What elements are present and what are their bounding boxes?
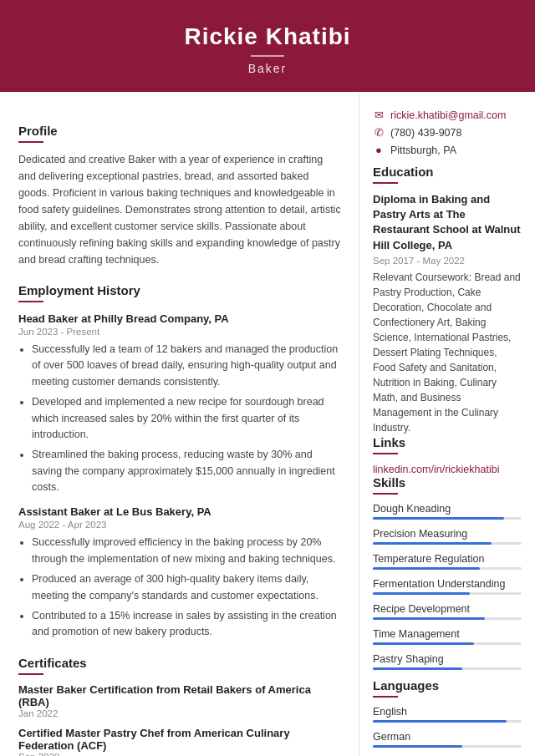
languages-section-title: Languages (373, 678, 522, 693)
skill-bar-bg-0 (373, 517, 522, 520)
job-2-bullet-3: Contributed to a 15% increase in sales b… (32, 608, 342, 641)
location-text: Pittsburgh, PA (390, 145, 456, 156)
phone-icon: ✆ (373, 126, 385, 139)
cert-2-title: Certified Master Pastry Chef from Americ… (18, 727, 342, 752)
languages-divider (373, 696, 398, 698)
candidate-name: Rickie Khatibi (17, 23, 518, 50)
link-1: linkedin.com/in/rickiekhatibi (373, 463, 522, 475)
profile-divider (18, 141, 43, 143)
education-divider (373, 182, 398, 184)
profile-text: Dedicated and creative Baker with a year… (18, 151, 342, 268)
job-2-bullet-2: Produced an average of 300 high-quality … (32, 571, 342, 604)
skill-bar-fill-1 (373, 542, 492, 545)
skill-name-2: Temperature Regulation (373, 553, 522, 565)
contact-section: ✉ rickie.khatibi@gmail.com ✆ (780) 439-9… (373, 109, 522, 156)
skill-bar-bg-6 (373, 667, 522, 670)
profile-section: Profile Dedicated and creative Baker wit… (18, 124, 342, 268)
skill-bar-bg-4 (373, 617, 522, 620)
job-1-bullet-1: Successfully led a team of 12 bakers and… (32, 342, 342, 390)
job-2-title: Assistant Baker at Le Bus Bakery, PA (18, 505, 342, 518)
skill-item-1: Precision Measuring (373, 528, 522, 545)
lang-bar-bg-1 (373, 745, 522, 748)
contact-phone: ✆ (780) 439-9078 (373, 126, 522, 139)
links-section: Links linkedin.com/in/rickiekhatibi (373, 435, 522, 475)
skill-name-0: Dough Kneading (373, 503, 522, 515)
cert-1: Master Baker Certification from Retail B… (18, 683, 342, 718)
skill-bar-fill-3 (373, 592, 470, 595)
skill-item-3: Fermentation Understanding (373, 578, 522, 595)
profile-section-title: Profile (18, 124, 342, 138)
edu-dates: Sep 2017 - May 2022 (373, 256, 522, 266)
job-2-bullet-1: Successfully improved efficiency in the … (32, 535, 342, 567)
candidate-title: Baker (17, 62, 518, 75)
skills-container: Dough Kneading Precision Measuring Tempe… (373, 503, 522, 670)
skill-item-4: Recipe Development (373, 603, 522, 620)
links-divider (373, 453, 398, 454)
header: Rickie Khatibi Baker (0, 0, 535, 92)
job-1: Head Baker at Philly Bread Company, PA J… (18, 312, 342, 495)
phone-text: (780) 439-9078 (390, 127, 461, 139)
skill-bar-bg-3 (373, 592, 522, 595)
job-1-bullet-3: Streamlined the baking process, reducing… (32, 447, 342, 495)
employment-section-title: Employment History (18, 283, 342, 297)
job-2-dates: Aug 2022 - Apr 2023 (18, 520, 342, 530)
cert-1-date: Jan 2022 (18, 708, 342, 718)
certificates-section: Certificates Master Baker Certification … (18, 656, 342, 756)
skill-item-2: Temperature Regulation (373, 553, 522, 570)
languages-container: English German (373, 706, 522, 748)
education-section-title: Education (373, 165, 522, 179)
edu-coursework: Relevant Coursework: Bread and Pastry Pr… (373, 270, 522, 435)
skill-bar-bg-2 (373, 567, 522, 570)
lang-bar-fill-0 (373, 720, 507, 723)
skill-name-3: Fermentation Understanding (373, 578, 522, 590)
contact-email: ✉ rickie.khatibi@gmail.com (373, 109, 522, 121)
job-1-bullet-2: Developed and implemented a new recipe f… (32, 394, 342, 443)
left-column: Profile Dedicated and creative Baker wit… (0, 92, 359, 756)
contact-location: ● Pittsburgh, PA (373, 144, 522, 156)
certificates-section-title: Certificates (18, 656, 342, 670)
skill-name-1: Precision Measuring (373, 528, 522, 540)
cert-2-date: Sep 2020 (18, 752, 342, 756)
lang-name-0: English (373, 706, 522, 718)
lang-bar-bg-0 (373, 720, 522, 723)
lang-bar-fill-1 (373, 745, 462, 748)
job-1-bullets: Successfully led a team of 12 bakers and… (18, 342, 342, 495)
skills-section: Skills Dough Kneading Precision Measurin… (373, 475, 522, 670)
cert-2: Certified Master Pastry Chef from Americ… (18, 727, 342, 756)
linkedin-link[interactable]: linkedin.com/in/rickiekhatibi (373, 464, 499, 475)
right-column: ✉ rickie.khatibi@gmail.com ✆ (780) 439-9… (359, 92, 535, 756)
skill-bar-fill-6 (373, 667, 462, 670)
skill-name-5: Time Management (373, 628, 522, 640)
skill-bar-bg-1 (373, 542, 522, 545)
main-content: Profile Dedicated and creative Baker wit… (0, 92, 535, 756)
skill-item-6: Pastry Shaping (373, 653, 522, 670)
edu-degree: Diploma in Baking and Pastry Arts at The… (373, 192, 522, 253)
lang-item-0: English (373, 706, 522, 723)
job-1-title: Head Baker at Philly Bread Company, PA (18, 312, 342, 325)
skill-item-0: Dough Kneading (373, 503, 522, 520)
email-icon: ✉ (373, 109, 385, 121)
skills-section-title: Skills (373, 475, 522, 490)
header-divider (251, 55, 284, 57)
skills-divider (373, 493, 398, 495)
skill-bar-fill-2 (373, 567, 480, 570)
skill-name-6: Pastry Shaping (373, 653, 522, 665)
cert-1-title: Master Baker Certification from Retail B… (18, 683, 342, 708)
skill-bar-bg-5 (373, 642, 522, 645)
employment-divider (18, 301, 43, 302)
location-icon: ● (373, 144, 385, 156)
skill-bar-fill-5 (373, 642, 474, 645)
email-link[interactable]: rickie.khatibi@gmail.com (390, 109, 506, 121)
lang-item-1: German (373, 731, 522, 748)
employment-section: Employment History Head Baker at Philly … (18, 283, 342, 641)
certificates-divider (18, 673, 43, 675)
job-2: Assistant Baker at Le Bus Bakery, PA Aug… (18, 505, 342, 640)
skill-bar-fill-4 (373, 617, 485, 620)
skill-item-5: Time Management (373, 628, 522, 645)
links-section-title: Links (373, 435, 522, 449)
skill-bar-fill-0 (373, 517, 504, 520)
skill-name-4: Recipe Development (373, 603, 522, 615)
education-section: Education Diploma in Baking and Pastry A… (373, 165, 522, 435)
job-1-dates: Jun 2023 - Present (18, 327, 342, 337)
job-2-bullets: Successfully improved efficiency in the … (18, 535, 342, 640)
